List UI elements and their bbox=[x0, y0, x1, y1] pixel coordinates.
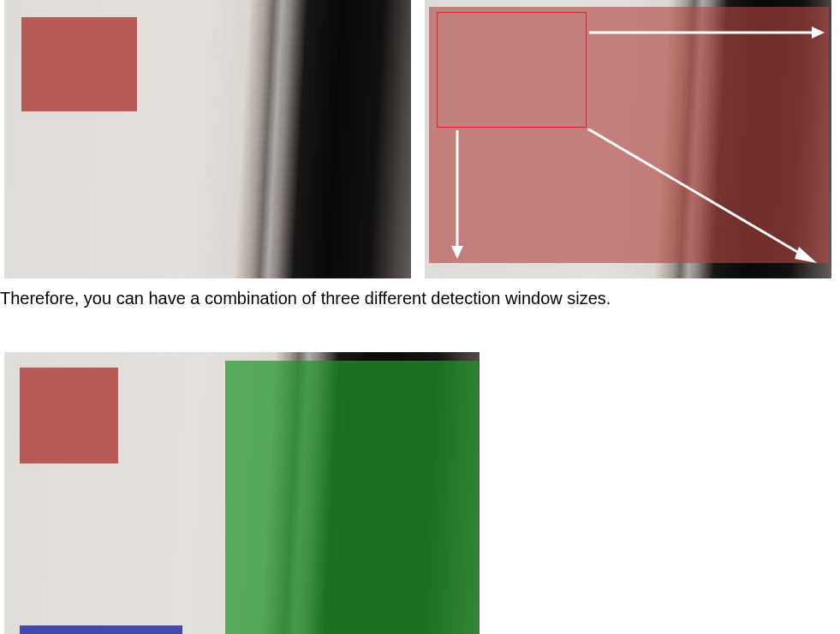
detection-window-blue bbox=[20, 625, 182, 634]
image-bottom bbox=[4, 352, 480, 634]
detection-window-outline-red bbox=[437, 12, 587, 128]
detection-window-green bbox=[225, 361, 479, 634]
top-image-row bbox=[0, 0, 840, 278]
caption-text: Therefore, you can have a combination of… bbox=[0, 285, 840, 352]
image-top-right bbox=[425, 0, 831, 278]
image-top-left bbox=[4, 0, 411, 278]
detection-window-small-red bbox=[21, 17, 137, 111]
page-container: Therefore, you can have a combination of… bbox=[0, 0, 840, 634]
detection-window-red bbox=[20, 368, 118, 464]
